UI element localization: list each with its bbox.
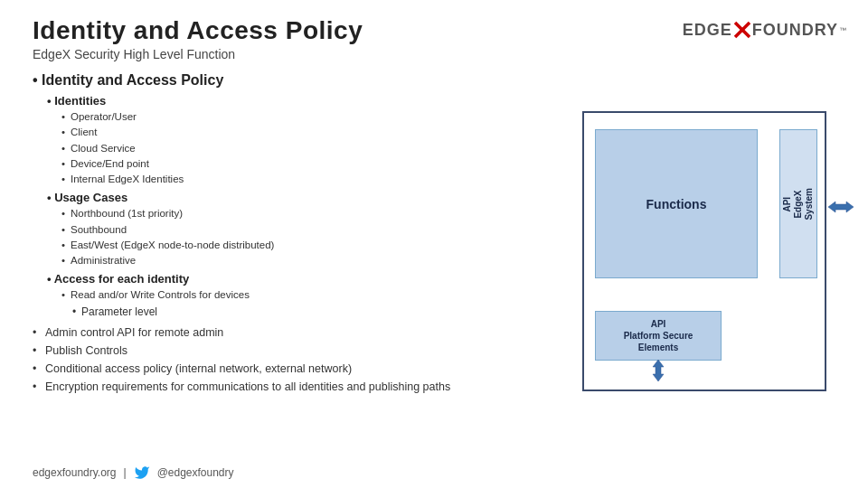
parameter-list-item: Parameter level <box>72 304 555 320</box>
identities-list-item: Internal EdgeX Identities <box>61 172 555 187</box>
footer: edgexfoundry.org | @edgexfoundry <box>0 461 868 488</box>
access-list-item: Read and/or Write Controls for devices <box>61 287 555 303</box>
usage-cases-section: • Usage Cases Northbound (1st priority)S… <box>47 191 555 268</box>
identities-title: • Identities <box>47 94 555 108</box>
extra-bullet-item: Encryption requirements for communicatio… <box>33 378 555 396</box>
main-section-title: • Identity and Access Policy <box>33 72 555 89</box>
identities-section: • Identities Operator/UserClientCloud Se… <box>47 94 555 187</box>
footer-divider: | <box>124 466 127 479</box>
functions-label: Functions <box>646 197 707 211</box>
usage-cases-list: Northbound (1st priority)SouthboundEast/… <box>61 206 555 268</box>
identities-list: Operator/UserClientCloud ServiceDevice/E… <box>61 109 555 187</box>
vertical-arrow <box>646 358 671 386</box>
usage-list-item: Northbound (1st priority) <box>61 206 555 221</box>
lr-arrow-icon <box>826 194 855 220</box>
text-content: • Identity and Access Policy • Identitie… <box>33 69 555 452</box>
header-left: Identity and Access Policy EdgeX Securit… <box>33 16 363 61</box>
ud-arrow-icon <box>646 358 671 383</box>
diagram-area: Functions API EdgeX System API <box>573 69 835 452</box>
twitter-icon <box>134 465 150 481</box>
identities-list-item: Client <box>61 125 555 140</box>
logo-pre: EDGE <box>683 21 732 40</box>
functions-box: Functions <box>595 129 758 278</box>
usage-cases-title: • Usage Cases <box>47 191 555 204</box>
extra-bullet-item: Conditional access policy (internal netw… <box>33 360 555 378</box>
page-title: Identity and Access Policy <box>33 16 363 45</box>
extra-bullets: Admin control API for remote adminPublis… <box>33 324 555 396</box>
parameter-list: Parameter level <box>72 304 555 320</box>
api-system-label: API EdgeX System <box>782 188 815 221</box>
extra-bullet-item: Admin control API for remote admin <box>33 324 555 342</box>
identities-list-item: Device/End point <box>61 156 555 172</box>
extra-bullet-item: Publish Controls <box>33 342 555 360</box>
logo: EDGE FOUNDRY ™ <box>683 20 846 40</box>
page-subtitle: EdgeX Security High Level Function <box>33 47 363 61</box>
logo-post: FOUNDRY <box>752 21 838 40</box>
access-title: • Access for each identity <box>47 272 555 286</box>
logo-x-icon <box>732 20 752 40</box>
svg-marker-14 <box>828 202 854 212</box>
outer-diagram-box: Functions API EdgeX System API <box>582 111 826 391</box>
access-section: • Access for each identity Read and/or W… <box>47 272 555 319</box>
footer-handle: @edgexfoundry <box>157 466 234 479</box>
identities-list-item: Operator/User <box>61 109 555 125</box>
svg-marker-13 <box>653 360 664 381</box>
header: Identity and Access Policy EdgeX Securit… <box>0 0 868 69</box>
api-system-box: API EdgeX System <box>779 129 817 278</box>
diagram-container: Functions API EdgeX System API <box>582 111 826 418</box>
logo-trademark: ™ <box>839 26 846 34</box>
main-content: • Identity and Access Policy • Identitie… <box>0 69 868 461</box>
usage-list-item: Administrative <box>61 253 555 268</box>
api-platform-box: API Platform Secure Elements <box>595 311 722 361</box>
access-list: Read and/or Write Controls for devices <box>61 287 555 303</box>
identities-list-item: Cloud Service <box>61 141 555 156</box>
api-platform-label: API Platform Secure Elements <box>624 318 693 353</box>
usage-list-item: East/West (EdgeX node-to-node distribute… <box>61 238 555 253</box>
horizontal-arrow <box>826 194 855 222</box>
footer-url: edgexfoundry.org <box>33 466 117 479</box>
usage-list-item: Southbound <box>61 222 555 238</box>
